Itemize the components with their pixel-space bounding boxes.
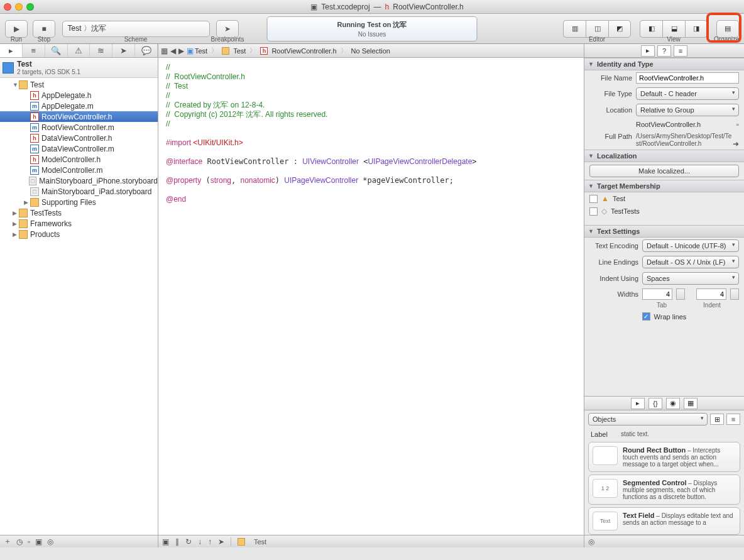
tree-row[interactable]: hRootViewController.h: [0, 111, 158, 122]
library-selector[interactable]: Objects: [588, 413, 708, 425]
tree-row[interactable]: □MainStoryboard_iPhone.storyboard: [0, 175, 158, 186]
nav-tab-project-icon[interactable]: ▸: [0, 44, 23, 57]
lib-grid-icon[interactable]: ⊞: [710, 414, 724, 425]
editor-standard-button[interactable]: ▥: [563, 20, 586, 38]
add-icon[interactable]: ＋: [4, 536, 11, 547]
disclosure-icon[interactable]: ▶: [13, 210, 19, 216]
identity-tab-icon[interactable]: ≡: [674, 45, 687, 57]
tree-row[interactable]: mDataViewController.m: [0, 143, 158, 154]
tab-stepper[interactable]: [676, 288, 685, 300]
jb-item2[interactable]: RootViewController.h: [271, 47, 336, 55]
target-test-checkbox[interactable]: [589, 195, 598, 203]
debug-toggle-icon[interactable]: ▣: [162, 537, 169, 546]
stepover-icon[interactable]: ↻: [185, 537, 192, 546]
tree-row[interactable]: mRootViewController.m: [0, 122, 158, 133]
disclosure-icon[interactable]: ▶: [24, 199, 30, 206]
forward-icon[interactable]: ▶: [178, 47, 184, 55]
stop-button[interactable]: ■: [33, 20, 55, 38]
lib-tab-media-icon[interactable]: ▦: [684, 398, 698, 409]
library-item[interactable]: Round Rect Button – Intercepts touch eve…: [588, 442, 740, 472]
indent-width-input[interactable]: [696, 288, 726, 300]
run-button[interactable]: ▶: [5, 20, 28, 38]
indent-stepper[interactable]: [730, 288, 739, 300]
editor-version-button[interactable]: ◩: [608, 20, 631, 38]
nav-tab-debug-icon[interactable]: ≋: [90, 44, 112, 57]
disclosure-icon[interactable]: ▼: [13, 82, 19, 88]
tree-row[interactable]: mAppDelegate.m: [0, 101, 158, 111]
reveal-icon[interactable]: ➜: [733, 140, 739, 148]
lib-filter-icon[interactable]: ◎: [588, 537, 594, 546]
scheme-selector[interactable]: Test 〉沈军: [62, 21, 210, 37]
make-localized-button[interactable]: Make localized...: [589, 165, 739, 177]
library-item[interactable]: TextText Field – Displays editable text …: [588, 507, 740, 535]
tree-row[interactable]: ▶Supporting Files: [0, 197, 158, 207]
target-section-head[interactable]: ▼Target Membership: [584, 180, 744, 192]
library-item[interactable]: 1 2Segmented Control – Displays multiple…: [588, 475, 740, 505]
editor-assistant-button[interactable]: ◫: [586, 20, 608, 38]
identity-section-head[interactable]: ▼Identity and Type: [584, 58, 744, 70]
tree-row[interactable]: hDataViewController.h: [0, 133, 158, 143]
disclosure-icon[interactable]: ▶: [13, 231, 19, 238]
recent-icon[interactable]: ◷: [16, 537, 23, 546]
jump-bar[interactable]: ▦ ◀ ▶ ▣Test 〉 Test 〉 hRootViewController…: [158, 44, 584, 58]
file-inspector-tab-icon[interactable]: ▸: [641, 45, 655, 57]
close-window-button[interactable]: [4, 3, 11, 11]
back-icon[interactable]: ◀: [170, 47, 176, 55]
lib-tab-code-icon[interactable]: {}: [648, 398, 662, 409]
debug-target[interactable]: Test: [254, 538, 266, 546]
project-header[interactable]: Test 2 targets, iOS SDK 5.1: [0, 58, 158, 78]
tree-row[interactable]: hModelController.h: [0, 154, 158, 165]
tree-row[interactable]: ▶Frameworks: [0, 218, 158, 229]
organizer-button[interactable]: ▤: [716, 20, 739, 38]
jb-item0[interactable]: Test: [195, 47, 207, 55]
target-tests-checkbox[interactable]: [589, 207, 598, 216]
tree-row[interactable]: ▼Test: [0, 79, 158, 90]
tree-row[interactable]: hAppDelegate.h: [0, 90, 158, 101]
stepout-icon[interactable]: ↑: [208, 537, 212, 546]
nav-tab-breakpoint-icon[interactable]: ➤: [112, 44, 135, 57]
choose-path-icon[interactable]: ▫: [736, 120, 739, 129]
lib-tab-object-icon[interactable]: ◉: [666, 398, 680, 409]
location-select[interactable]: Relative to Group: [636, 104, 739, 116]
disclosure-icon[interactable]: ▶: [13, 221, 19, 227]
tree-row[interactable]: mModelController.m: [0, 165, 158, 175]
localization-section-head[interactable]: ▼Localization: [584, 150, 744, 162]
zoom-window-button[interactable]: [26, 3, 34, 11]
nav-tab-symbol-icon[interactable]: ≡: [23, 44, 45, 57]
encoding-select[interactable]: Default - Unicode (UTF-8): [642, 239, 739, 252]
textset-section-head[interactable]: ▼Text Settings: [584, 225, 744, 238]
lib-tab-file-icon[interactable]: ▸: [631, 398, 645, 409]
minimize-window-button[interactable]: [15, 3, 23, 11]
lineend-select[interactable]: Default - OS X / Unix (LF): [642, 256, 739, 268]
filter2-icon[interactable]: ◎: [47, 537, 53, 546]
nav-tab-log-icon[interactable]: 💬: [135, 44, 158, 57]
nav-tab-issue-icon[interactable]: ⚠: [68, 44, 90, 57]
tree-row[interactable]: ▶Products: [0, 229, 158, 239]
library-list[interactable]: Label static text. Round Rect Button – I…: [584, 428, 744, 535]
view-navigator-button[interactable]: ◧: [640, 20, 662, 38]
fold-file-icon: [19, 209, 28, 217]
filter-icon[interactable]: ▣: [35, 537, 42, 546]
wrap-lines-checkbox[interactable]: ✓: [642, 312, 650, 321]
related-items-icon[interactable]: ▦: [161, 47, 168, 55]
tree-row[interactable]: □MainStoryboard_iPad.storyboard: [0, 186, 158, 197]
quickhelp-tab-icon[interactable]: ?: [657, 45, 671, 57]
location-icon[interactable]: ➤: [218, 537, 224, 546]
project-tree[interactable]: ▼TesthAppDelegate.hmAppDelegate.mhRootVi…: [0, 78, 158, 535]
pause-icon[interactable]: ∥: [175, 537, 179, 546]
jb-item1[interactable]: Test: [233, 47, 246, 55]
filename-input[interactable]: [636, 72, 739, 84]
lib-list-icon[interactable]: ≡: [726, 414, 740, 425]
tab-width-input[interactable]: [642, 288, 672, 300]
filetype-select[interactable]: Default - C header: [636, 87, 739, 100]
nav-tab-search-icon[interactable]: 🔍: [45, 44, 68, 57]
view-debug-button[interactable]: ⬓: [662, 20, 685, 38]
breakpoints-button[interactable]: ➤: [216, 20, 239, 38]
view-utilities-button[interactable]: ◨: [685, 20, 708, 38]
code-editor[interactable]: // // RootViewController.h // Test // //…: [158, 58, 584, 535]
jb-item3[interactable]: No Selection: [351, 47, 390, 55]
indent-using-select[interactable]: Spaces: [642, 272, 739, 285]
scm-icon[interactable]: ▫: [28, 537, 30, 546]
tree-row[interactable]: ▶TestTests: [0, 207, 158, 218]
stepin-icon[interactable]: ↓: [198, 537, 202, 546]
